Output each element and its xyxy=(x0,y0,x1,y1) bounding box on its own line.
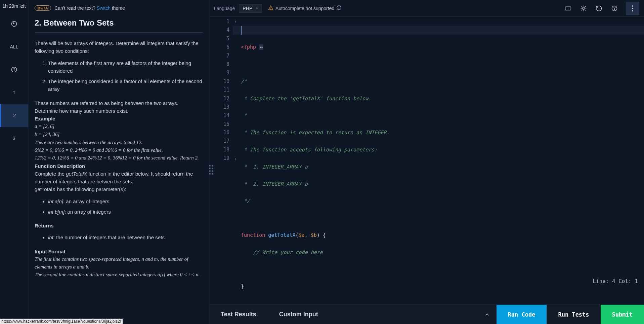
status-bar-url: https://www.hackerrank.com/test/3fmlgi1a… xyxy=(0,319,123,324)
divider xyxy=(35,32,203,33)
sidebar: 1h 29m left ALL 1 2 3 xyxy=(0,0,29,324)
input-line2: The second line contains n distinct spac… xyxy=(35,271,203,279)
sidebar-item-2[interactable]: 2 xyxy=(0,104,28,127)
svg-point-16 xyxy=(583,7,585,9)
sidebar-item-1[interactable]: 1 xyxy=(0,81,28,104)
editor-area: Language PHP Autocomplete not supported xyxy=(209,0,644,324)
func-desc-heading: Function Description xyxy=(35,162,203,170)
params-list: int a[n]: an array of integers int b[m]:… xyxy=(35,197,203,216)
language-value: PHP xyxy=(243,6,252,11)
submit-button[interactable]: Submit xyxy=(601,305,644,324)
input-line1: The first line contains two space-separa… xyxy=(35,255,203,271)
panel-splitter-handle[interactable] xyxy=(209,165,213,175)
svg-point-9 xyxy=(339,7,339,7)
condition-1: The elements of the first array are all … xyxy=(48,59,203,75)
input-heading: Input Format xyxy=(35,248,203,255)
run-code-button[interactable]: Run Code xyxy=(497,305,547,324)
svg-rect-10 xyxy=(565,7,571,10)
switch-theme-link[interactable]: Switch xyxy=(97,5,111,11)
sidebar-item-3[interactable]: 3 xyxy=(0,127,28,150)
svg-point-1 xyxy=(13,23,14,24)
bottombar: Test Results Custom Input Run Code Run T… xyxy=(209,304,644,324)
param-a: int a[n]: an array of integers xyxy=(48,197,203,205)
beta-tail: theme xyxy=(112,5,125,11)
returns-list: int: the number of integers that are bet… xyxy=(35,233,203,241)
params-lead: getTotalX has the following parameter(s)… xyxy=(35,185,203,193)
svg-point-26 xyxy=(614,9,615,10)
intro: There will be two arrays of integers. De… xyxy=(35,39,203,55)
expand-panel-icon[interactable] xyxy=(478,305,497,324)
keyboard-icon[interactable] xyxy=(564,4,572,12)
code-body[interactable]: <?php ↔ /* * Complete the 'getTotalX' fu… xyxy=(233,17,644,304)
language-select[interactable]: PHP xyxy=(239,4,262,13)
language-label: Language xyxy=(214,6,235,11)
svg-line-21 xyxy=(582,6,582,7)
svg-point-6 xyxy=(270,9,271,9)
svg-point-4 xyxy=(14,68,14,69)
param-b: int b[m]: an array of integers xyxy=(48,208,203,216)
text-caret xyxy=(241,26,242,34)
example-b: b = [24, 36] xyxy=(35,131,203,138)
example-heading: Example xyxy=(35,115,203,122)
theme-toggle-icon[interactable] xyxy=(579,4,588,12)
sidebar-item-all[interactable]: ALL xyxy=(0,36,28,59)
topbar: Language PHP Autocomplete not supported xyxy=(209,0,644,17)
timer: 1h 29m left xyxy=(1,0,27,13)
beta-lead: Can't read the text? xyxy=(54,5,95,11)
example-intro: There are two numbers between the arrays… xyxy=(35,140,142,145)
help-icon[interactable] xyxy=(610,4,618,12)
history-icon[interactable] xyxy=(595,4,603,12)
sidebar-theme-icon[interactable] xyxy=(0,13,28,36)
fold-marker-icon[interactable]: ↔ xyxy=(259,44,263,50)
run-tests-button[interactable]: Run Tests xyxy=(547,305,600,324)
info-icon[interactable] xyxy=(336,5,342,11)
warning-icon xyxy=(268,5,273,11)
conditions-list: The elements of the first array are all … xyxy=(35,59,203,93)
problem-title: 2. Between Two Sets xyxy=(35,18,203,28)
tab-test-results[interactable]: Test Results xyxy=(209,305,268,324)
gutter: 145678910111213141516171819 xyxy=(209,17,233,304)
sidebar-info-icon[interactable] xyxy=(0,59,28,81)
chevron-down-icon xyxy=(255,6,259,11)
problem-panel: BETA Can't read the text? Switch theme 2… xyxy=(29,0,209,324)
value-1: 6%2 = 0, 6%6 = 0, 24%6 = 0 and 36%6 = 0 … xyxy=(35,146,203,154)
more-menu-icon[interactable] xyxy=(626,2,639,15)
return-int: int: the number of integers that are bet… xyxy=(48,233,203,241)
condition-2: The integer being considered is a factor… xyxy=(48,77,203,93)
svg-line-24 xyxy=(585,6,586,7)
cursor-position: Line: 4 Col: 1 xyxy=(593,278,638,284)
svg-line-23 xyxy=(582,10,582,10)
value-2: 12%2 = 0, 12%6 = 0 and 24%12 = 0, 36%12 … xyxy=(35,154,203,162)
tab-custom-input[interactable]: Custom Input xyxy=(268,305,330,324)
svg-line-22 xyxy=(585,10,586,10)
example-a: a = [2, 6] xyxy=(35,122,203,130)
code-editor[interactable]: 145678910111213141516171819 › › <?php ↔ … xyxy=(209,17,644,304)
returns-heading: Returns xyxy=(35,222,203,229)
between-text: These numbers are referred to as being b… xyxy=(35,99,203,115)
func-desc: Complete the getTotalX function in the e… xyxy=(35,170,203,186)
beta-row: BETA Can't read the text? Switch theme xyxy=(35,5,203,11)
active-line-highlight xyxy=(233,26,644,34)
beta-badge: BETA xyxy=(35,5,51,11)
autocomplete-status: Autocomplete not supported xyxy=(268,5,342,11)
